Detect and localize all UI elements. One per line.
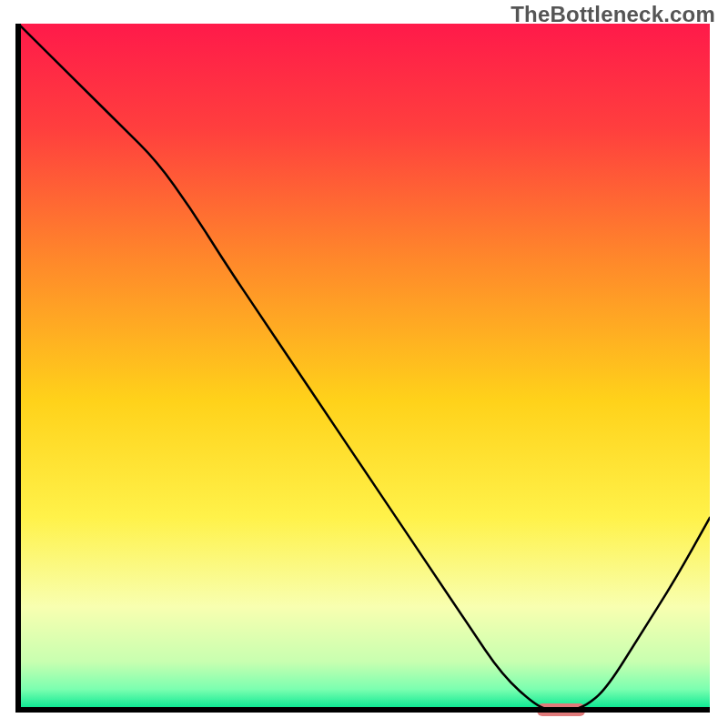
- watermark-text: TheBottleneck.com: [511, 2, 715, 27]
- bottleneck-chart: TheBottleneck.com: [0, 0, 728, 728]
- plot-svg: [0, 0, 728, 728]
